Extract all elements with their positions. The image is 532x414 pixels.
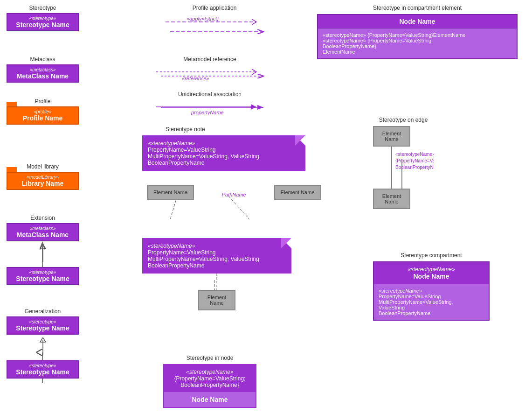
node-name: Node Name xyxy=(164,392,256,407)
stereotype-note-label: Stereotype note xyxy=(166,126,321,133)
path-label: PathName xyxy=(222,192,246,197)
note2-line2: PropertyName=ValueString xyxy=(148,249,286,256)
extension-section: Extension «metaclass» MetaClass Name «st… xyxy=(7,215,79,285)
gen-bottom-name: Stereotype Name xyxy=(11,368,74,376)
metaclass-name: MetaClass Name xyxy=(11,72,74,80)
stereotype-in-node-label: Stereotype in node xyxy=(163,355,256,361)
note2-line4: BooleanPropertyName xyxy=(148,262,286,269)
profile-keyword: «profile» xyxy=(11,109,74,114)
note-corner-inner xyxy=(295,135,305,146)
node-keyword-line3: BooleanPropertyName} xyxy=(169,382,251,388)
stereotype-on-edge-label: Stereotype on edge xyxy=(373,117,434,123)
comp-body-line4: ElementName xyxy=(323,49,512,55)
metaclass-box: «metaclass» MetaClass Name xyxy=(7,64,79,83)
svg-marker-19 xyxy=(251,104,256,110)
compartment-node-name: Node Name xyxy=(318,15,517,28)
extension-label: Extension xyxy=(7,215,79,221)
comp-body-line3: BooleanPropertyName} xyxy=(323,43,512,49)
note2-line-container xyxy=(142,274,291,290)
stereotype-label: Stereotype xyxy=(7,5,79,11)
metaclass-section: Metaclass «metaclass» MetaClass Name xyxy=(7,56,79,83)
note-element2: Element Name xyxy=(274,185,321,200)
compartment-element-section: Stereotype in compartment element Node N… xyxy=(317,5,518,59)
edge-element1: ElementName xyxy=(373,126,410,147)
comp-header: «stereotypeName» Node Name xyxy=(374,262,489,284)
svg-text:{PropertyName=ValueString;: {PropertyName=ValueString; xyxy=(395,158,434,163)
profile-name: Profile Name xyxy=(11,114,74,122)
stereotype-compartment-label: Stereotype compartment xyxy=(373,252,490,259)
comp-header-line1: «stereotypeName» xyxy=(378,266,485,273)
metamodel-reference-section: Metamodel reference «reference» xyxy=(154,56,266,86)
library-name: Library Name xyxy=(11,180,74,187)
stereotype-box: «stereotype» Stereotype Name xyxy=(7,13,79,31)
comp-body: «stereotypeName» PropertyName=ValueStrin… xyxy=(374,284,489,320)
library-tab xyxy=(7,167,17,172)
extension-arrow-up xyxy=(7,241,79,267)
note-line3: MultiPropertyName=ValueString, ValueStri… xyxy=(148,153,300,160)
svg-text:«apply»{strict}: «apply»{strict} xyxy=(187,16,219,21)
gen-top-name: Stereotype Name xyxy=(11,324,74,332)
profile-label: Profile xyxy=(7,98,79,105)
unidirectional-section: Unidirectional association propertyName xyxy=(154,91,266,119)
metamodel-reference-arrow: «reference» xyxy=(154,66,266,86)
edge-diagram: ElementName «stereotypeName» {PropertyNa… xyxy=(373,126,434,209)
unidirectional-arrow: propertyName xyxy=(154,101,266,119)
compartment-element-box: Node Name «stereotypeName» {PropertyName… xyxy=(317,14,518,59)
library-box-wrapper: «modelLibrary» Library Name xyxy=(7,172,79,190)
comp-body-kw: «stereotypeName» xyxy=(379,288,484,294)
note2-line1: «stereotypeName» xyxy=(148,243,286,249)
note-line4: BooleanPropertyName xyxy=(148,160,300,166)
profile-application-arrow: «apply»{strict} xyxy=(163,15,266,29)
stereotype-note-box: «stereotypeName» PropertyName=ValueStrin… xyxy=(142,135,305,171)
node-keyword-line2: {PropertyName=ValueString; xyxy=(169,375,251,382)
compartment-element-label: Stereotype in compartment element xyxy=(317,5,518,11)
svg-text:propertyName: propertyName xyxy=(191,110,224,115)
metaclass-label: Metaclass xyxy=(7,56,79,63)
comp-body-b5: BooleanPropertyName xyxy=(379,310,484,316)
note-line2: PropertyName=ValueString xyxy=(148,147,300,153)
comp-body-b4: ValueString xyxy=(379,305,484,310)
stereotype-note2-box: «stereotypeName» PropertyName=ValueStrin… xyxy=(142,238,291,274)
profile-box: «profile» Profile Name xyxy=(7,106,79,125)
profile-application-section: Profile application «apply»{strict} xyxy=(163,5,266,29)
stereotype-section: Stereotype «stereotype» Stereotype Name xyxy=(7,5,79,31)
note2-line3: MultiPropertyName=ValueString, ValueStri… xyxy=(148,256,286,262)
comp-body-b2: PropertyName=ValueString xyxy=(379,294,484,299)
library-label: Model library xyxy=(7,163,79,170)
gen-top-box: «stereotype» Stereotype Name xyxy=(7,316,79,335)
profile-section: Profile «profile» Profile Name xyxy=(7,98,79,125)
extension-stereotype-box: «stereotype» Stereotype Name xyxy=(7,267,79,285)
node-keyword-block: «stereotypeName» {PropertyName=ValueStri… xyxy=(164,365,256,392)
profile-tab xyxy=(7,102,17,106)
library-keyword: «modelLibrary» xyxy=(11,175,74,180)
comp-body-line2: «stereotypeName» {PropertyName=ValueStri… xyxy=(323,38,512,43)
generalization-label: Generalization xyxy=(7,308,79,315)
edge-line-with-label: «stereotypeName» {PropertyName=ValueStri… xyxy=(373,147,434,189)
stereotype-note2-section: «stereotypeName» PropertyName=ValueStrin… xyxy=(142,238,291,310)
generalization-section: Generalization «stereotype» Stereotype N… xyxy=(7,308,79,379)
gen-bottom-box: «stereotype» Stereotype Name xyxy=(7,360,79,379)
generalization-arrow-up xyxy=(7,335,79,360)
ext-metaclass-keyword: «metaclass» xyxy=(11,226,74,231)
profile-box-wrapper: «profile» Profile Name xyxy=(7,106,79,125)
edge-element2: ElementName xyxy=(373,189,410,209)
note2-corner-inner xyxy=(281,238,291,248)
library-box: «modelLibrary» Library Name xyxy=(7,172,79,190)
extension-metaclass-box: «metaclass» MetaClass Name xyxy=(7,223,79,241)
note-elements-row: Element Name PathName Element Name xyxy=(142,185,321,200)
stereotype-in-node-section: Stereotype in node «stereotypeName» {Pro… xyxy=(163,355,256,408)
compartment-element-body: «stereotypeName» {PropertyName=ValueStri… xyxy=(318,28,517,58)
stereotype-keyword: «stereotype» xyxy=(11,16,74,21)
gen-top-keyword: «stereotype» xyxy=(11,319,74,324)
stereotype-on-edge-section: Stereotype on edge ElementName «stereoty… xyxy=(373,117,434,209)
stereotype-name: Stereotype Name xyxy=(11,21,74,28)
stereotype-note-section: Stereotype note «stereotypeName» Propert… xyxy=(142,126,321,200)
svg-text:«stereotypeName»: «stereotypeName» xyxy=(395,152,434,157)
note-line1: «stereotypeName» xyxy=(148,140,300,147)
profile-application-label: Profile application xyxy=(163,5,266,11)
note2-element-container: ElementName xyxy=(142,290,291,310)
ext-metaclass-name: MetaClass Name xyxy=(11,231,74,239)
stereotype-in-node-box: «stereotypeName» {PropertyName=ValueStri… xyxy=(163,364,256,408)
gen-bottom-keyword: «stereotype» xyxy=(11,363,74,368)
ext-stereotype-name: Stereotype Name xyxy=(11,275,74,282)
